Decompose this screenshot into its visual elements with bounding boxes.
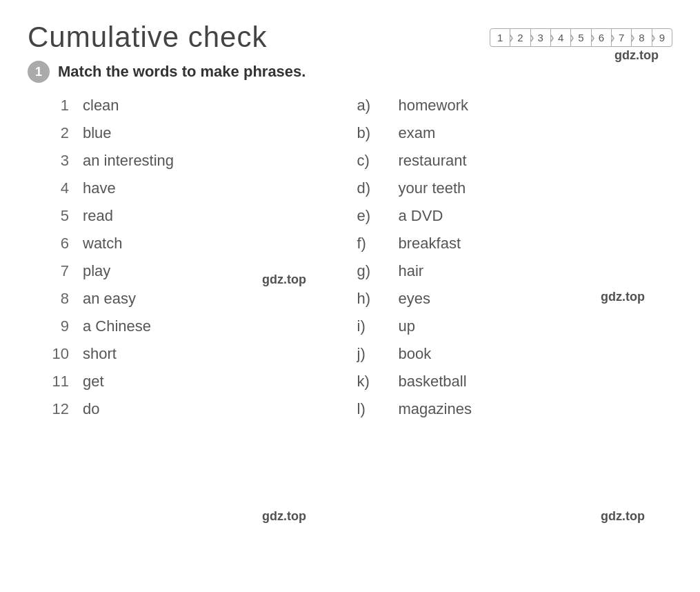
watermark-top-right: gdz.top	[614, 48, 659, 63]
list-item: 12do	[41, 400, 357, 418]
item-number: 3	[41, 152, 69, 170]
item-phrase: breakfast	[399, 235, 461, 253]
item-phrase: up	[399, 317, 415, 335]
item-word: do	[83, 400, 99, 418]
list-item: 7play	[41, 262, 357, 280]
item-phrase: hair	[399, 262, 424, 280]
list-item: f)breakfast	[357, 235, 673, 253]
item-word: an easy	[83, 290, 136, 308]
list-item: 3an interesting	[41, 152, 357, 170]
item-word: read	[83, 207, 113, 225]
item-letter: d)	[357, 179, 385, 197]
item-letter: l)	[357, 400, 385, 418]
item-number: 7	[41, 262, 69, 280]
item-word: blue	[83, 124, 112, 142]
item-letter: j)	[357, 345, 385, 363]
item-number: 6	[41, 235, 69, 253]
list-item: 1clean	[41, 97, 357, 115]
item-letter: b)	[357, 124, 385, 142]
item-number: 9	[41, 317, 69, 335]
item-word: get	[83, 373, 104, 391]
pagination-item-1[interactable]: 1❯	[490, 29, 510, 46]
item-word: short	[83, 345, 117, 363]
item-letter: h)	[357, 290, 385, 308]
list-item: i)up	[357, 317, 673, 335]
section-title: Match the words to make phrases.	[58, 63, 306, 81]
item-word: an interesting	[83, 152, 174, 170]
item-number: 8	[41, 290, 69, 308]
watermark-mid-left: gdz.top	[262, 273, 306, 287]
list-item: k)basketball	[357, 373, 673, 391]
item-number: 5	[41, 207, 69, 225]
list-item: 5read	[41, 207, 357, 225]
list-item: j)book	[357, 345, 673, 363]
item-phrase: restaurant	[399, 152, 467, 170]
item-number: 2	[41, 124, 69, 142]
item-letter: k)	[357, 373, 385, 391]
list-item: 2blue	[41, 124, 357, 142]
item-phrase: eyes	[399, 290, 430, 308]
list-item: 4have	[41, 179, 357, 197]
content-area: 1clean2blue3an interesting4have5read6wat…	[41, 97, 672, 428]
watermark-bot-left: gdz.top	[262, 509, 306, 524]
left-column: 1clean2blue3an interesting4have5read6wat…	[41, 97, 357, 428]
item-phrase: basketball	[399, 373, 467, 391]
item-word: have	[83, 179, 116, 197]
item-letter: e)	[357, 207, 385, 225]
item-number: 10	[41, 345, 69, 363]
item-word: clean	[83, 97, 119, 115]
list-item: 9a Chinese	[41, 317, 357, 335]
list-item: 8an easy	[41, 290, 357, 308]
item-word: a Chinese	[83, 317, 151, 335]
section-header: 1 Match the words to make phrases.	[28, 61, 672, 83]
list-item: g)hair	[357, 262, 673, 280]
watermark-bot-right: gdz.top	[601, 509, 645, 524]
list-item: 10short	[41, 345, 357, 363]
item-letter: c)	[357, 152, 385, 170]
item-word: watch	[83, 235, 122, 253]
list-item: l)magazines	[357, 400, 673, 418]
item-word: play	[83, 262, 110, 280]
list-item: d)your teeth	[357, 179, 673, 197]
pagination-bar[interactable]: 1❯2❯3❯4❯5❯6❯7❯8❯9	[490, 28, 672, 47]
item-number: 12	[41, 400, 69, 418]
list-item: 11get	[41, 373, 357, 391]
item-number: 4	[41, 179, 69, 197]
list-item: a)homework	[357, 97, 673, 115]
list-item: c)restaurant	[357, 152, 673, 170]
item-letter: f)	[357, 235, 385, 253]
list-item: b)exam	[357, 124, 673, 142]
item-number: 11	[41, 373, 69, 391]
item-letter: a)	[357, 97, 385, 115]
item-letter: g)	[357, 262, 385, 280]
item-phrase: your teeth	[399, 179, 466, 197]
right-column: a)homeworkb)examc)restaurantd)your teeth…	[357, 97, 673, 428]
page-title: Cumulative check	[28, 21, 267, 54]
list-item: e)a DVD	[357, 207, 673, 225]
item-phrase: exam	[399, 124, 436, 142]
item-letter: i)	[357, 317, 385, 335]
item-phrase: homework	[399, 97, 468, 115]
page-header: Cumulative check 1❯2❯3❯4❯5❯6❯7❯8❯9	[28, 21, 672, 54]
item-phrase: magazines	[399, 400, 472, 418]
item-number: 1	[41, 97, 69, 115]
list-item: 6watch	[41, 235, 357, 253]
watermark-mid-right: gdz.top	[601, 290, 645, 304]
item-phrase: book	[399, 345, 432, 363]
item-phrase: a DVD	[399, 207, 443, 225]
section-number: 1	[28, 61, 50, 83]
